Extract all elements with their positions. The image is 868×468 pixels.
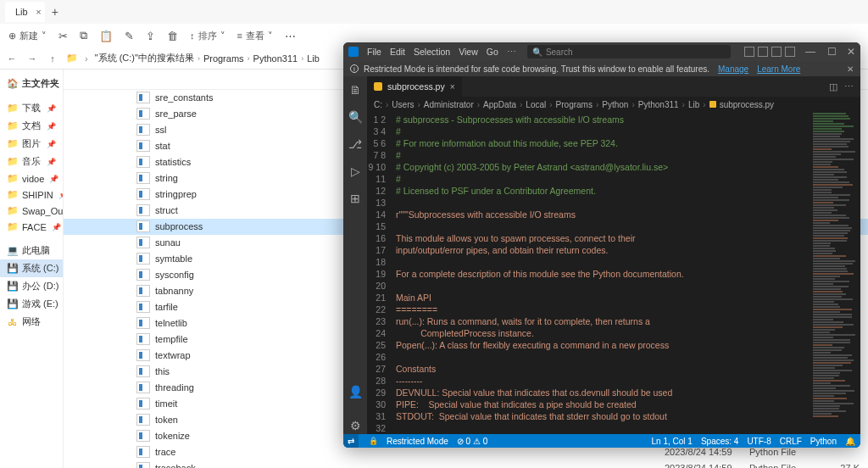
minimap[interactable] xyxy=(810,112,860,434)
view-button[interactable]: ≡ 查看 ˅ xyxy=(237,30,273,42)
cursor-position[interactable]: Ln 1, Col 1 xyxy=(652,437,693,446)
source-control-icon[interactable]: ⎇ xyxy=(348,137,363,153)
breadcrumb[interactable]: "系统 (C:)"中的搜索结果›Programs›Python311›Lib xyxy=(95,52,320,64)
nav-item[interactable]: 📁图片📌 xyxy=(0,135,63,153)
python-file-icon xyxy=(136,220,150,232)
nav-item[interactable]: 📁SHIPIN📌 xyxy=(0,187,63,203)
editor-breadcrumb[interactable]: C:›Users›Administrator›AppData›Local›Pro… xyxy=(367,97,860,112)
nav-item[interactable]: 📁文档📌 xyxy=(0,117,63,135)
run-icon[interactable]: ▷ xyxy=(348,164,363,180)
problems-status[interactable]: ⊘ 0 ⚠ 0 xyxy=(457,437,487,446)
python-file-icon xyxy=(136,188,150,200)
new-tab-button[interactable]: + xyxy=(52,5,58,19)
status-bar: ⇄ 🔒 Restricted Mode ⊘ 0 ⚠ 0 Ln 1, Col 1 … xyxy=(343,434,860,448)
menu-item[interactable]: Selection xyxy=(414,47,450,57)
python-file-icon xyxy=(136,349,150,361)
more-icon[interactable]: ⋯ xyxy=(844,81,854,92)
nav-thispc[interactable]: 💻此电脑 xyxy=(0,242,63,259)
code-content[interactable]: # subprocess - Subprocesses with accessi… xyxy=(391,112,810,434)
nav-item[interactable]: 📁Swap_Out📌 xyxy=(0,203,63,219)
split-icon[interactable]: ◫ xyxy=(829,81,837,92)
sort-button[interactable]: ↕ 排序 ˅ xyxy=(190,30,225,42)
nav-drive[interactable]: 💾办公 (D:) xyxy=(0,277,63,295)
crumb[interactable]: "系统 (C:)"中的搜索结果 xyxy=(95,52,194,64)
explorer-tab[interactable]: Lib× xyxy=(5,2,45,22)
nav-network[interactable]: 🖧网络 xyxy=(0,313,63,331)
menu-item[interactable]: Edit xyxy=(390,47,405,57)
python-file-icon xyxy=(136,172,150,184)
editor-tab[interactable]: subprocess.py × xyxy=(367,76,462,97)
menu-item[interactable]: Go xyxy=(487,47,498,57)
menu-item[interactable]: File xyxy=(367,47,381,57)
remote-icon[interactable]: ⇄ xyxy=(343,434,359,448)
copy-icon[interactable]: ⧉ xyxy=(80,29,87,42)
nav-drive[interactable]: 💾游戏 (E:) xyxy=(0,295,63,313)
menu-item[interactable]: View xyxy=(459,47,478,57)
nav-item[interactable]: 📁vidoe📌 xyxy=(0,170,63,187)
file-row[interactable]: traceback2023/8/24 14:59Python File27 K xyxy=(64,460,868,468)
nav-item[interactable]: 📁FACE📌 xyxy=(0,219,63,235)
pc-icon: 💻 xyxy=(7,245,17,256)
crumb[interactable]: Python311 xyxy=(253,53,298,64)
python-file-icon xyxy=(374,82,382,91)
close-icon[interactable]: ✕ xyxy=(847,64,854,74)
more-icon[interactable]: ⋯ xyxy=(285,30,296,42)
python-file-icon xyxy=(136,269,150,281)
explorer-icon[interactable]: 🗎 xyxy=(348,83,363,98)
python-file-icon xyxy=(136,430,150,442)
code-editor[interactable]: 1 2 3 4 5 6 7 8 9 10 11 12 13 14 15 16 1… xyxy=(367,112,860,434)
python-file-icon xyxy=(136,365,150,377)
python-file-icon xyxy=(136,317,150,329)
crumb[interactable]: Lib xyxy=(307,53,320,64)
indent-status[interactable]: Spaces: 4 xyxy=(701,437,738,446)
up-icon[interactable]: ↑ xyxy=(46,53,59,64)
line-numbers: 1 2 3 4 5 6 7 8 9 10 11 12 13 14 15 16 1… xyxy=(367,112,391,434)
nav-home[interactable]: 🏠主文件夹 xyxy=(0,75,63,92)
close-icon[interactable]: × xyxy=(450,82,455,92)
menu-more-icon[interactable]: ⋯ xyxy=(507,47,516,58)
python-file-icon xyxy=(136,124,150,136)
layout-icon[interactable] xyxy=(785,47,795,57)
pin-icon: 📌 xyxy=(47,140,56,148)
back-icon[interactable]: ← xyxy=(5,53,19,64)
folder-icon: 📁 xyxy=(7,173,17,184)
layout-icon[interactable] xyxy=(758,47,768,57)
layout-icon[interactable] xyxy=(744,47,754,57)
eol-status[interactable]: CRLF xyxy=(780,437,802,446)
close-icon[interactable]: ✕ xyxy=(847,46,855,58)
minimize-icon[interactable]: — xyxy=(805,46,815,58)
crumb[interactable]: Programs xyxy=(203,53,244,64)
forward-icon[interactable]: → xyxy=(25,53,39,64)
menu-bar: FileEditSelectionViewGo xyxy=(367,47,498,57)
new-button[interactable]: ⊕ 新建 ˅ xyxy=(8,30,47,42)
nav-drive[interactable]: 💾系统 (C:) xyxy=(0,259,63,277)
share-icon[interactable]: ⇪ xyxy=(146,30,155,42)
nav-item[interactable]: 📁下载📌 xyxy=(0,99,63,117)
learn-more-link[interactable]: Learn More xyxy=(757,64,800,74)
python-file-icon xyxy=(136,237,150,248)
manage-link[interactable]: Manage xyxy=(718,64,748,74)
nav-item[interactable]: 📁音乐📌 xyxy=(0,153,63,170)
rename-icon[interactable]: ✎ xyxy=(125,30,134,42)
encoding-status[interactable]: UTF-8 xyxy=(747,437,771,446)
layout-icon[interactable] xyxy=(771,47,782,57)
restricted-mode-status[interactable]: Restricted Mode xyxy=(387,437,448,446)
python-file-icon xyxy=(136,140,150,152)
python-file-icon xyxy=(136,382,150,393)
command-center[interactable]: 🔍Search xyxy=(527,45,731,58)
extensions-icon[interactable]: ⊞ xyxy=(348,192,363,207)
notifications-icon[interactable]: 🔔 xyxy=(845,437,855,446)
gear-icon[interactable]: ⚙ xyxy=(348,419,363,434)
paste-icon[interactable]: 📋 xyxy=(99,30,113,42)
folder-icon: 📁 xyxy=(7,189,17,200)
maximize-icon[interactable]: ☐ xyxy=(827,46,837,58)
folder-icon: 📁 xyxy=(7,205,17,216)
search-icon[interactable]: 🔍 xyxy=(348,110,363,125)
cut-icon[interactable]: ✂ xyxy=(58,30,68,42)
python-file-icon xyxy=(136,92,150,103)
account-icon[interactable]: 👤 xyxy=(348,385,363,400)
delete-icon[interactable]: 🗑 xyxy=(167,30,178,42)
language-status[interactable]: Python xyxy=(810,437,837,446)
close-icon[interactable]: × xyxy=(36,7,41,17)
info-icon: i xyxy=(350,64,359,73)
